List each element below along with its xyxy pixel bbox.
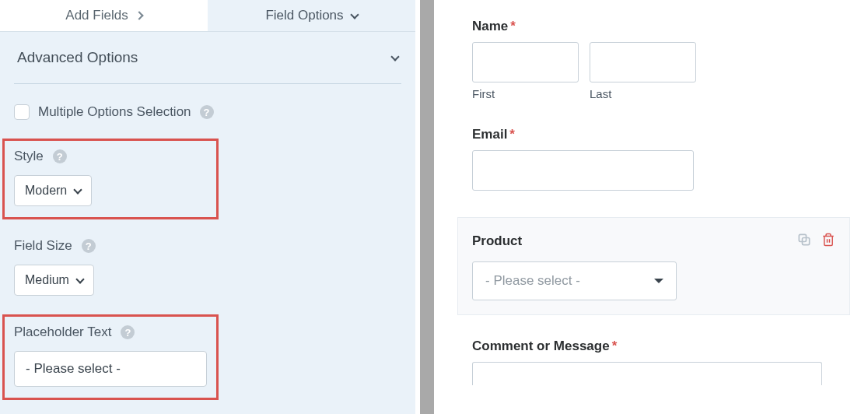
style-value: Modern (25, 184, 67, 198)
chevron-down-icon (350, 10, 359, 19)
email-label-text: Email (472, 127, 507, 142)
help-icon[interactable]: ? (82, 239, 96, 253)
options-panel: Advanced Options Multiple Options Select… (0, 32, 415, 414)
chevron-down-icon (75, 275, 84, 283)
required-marker: * (510, 19, 516, 33)
triangle-down-icon (654, 279, 663, 283)
field-size-control: Field Size ? Medium (14, 238, 401, 296)
advanced-options-header[interactable]: Advanced Options (14, 32, 401, 84)
tab-add-fields-label: Add Fields (65, 8, 128, 23)
trash-icon[interactable] (821, 232, 835, 251)
product-field[interactable]: Product - Please select - (457, 217, 850, 315)
help-icon[interactable]: ? (121, 325, 135, 339)
comment-label: Comment or Message* (472, 339, 835, 354)
form-preview: Name* First Last Email* Product (439, 0, 868, 414)
help-icon[interactable]: ? (200, 105, 214, 119)
name-field: Name* First Last (472, 19, 835, 100)
product-dropdown[interactable]: - Please select - (472, 261, 677, 300)
advanced-options-title: Advanced Options (17, 49, 138, 66)
email-field: Email* (472, 127, 835, 191)
product-dropdown-placeholder: - Please select - (485, 273, 580, 289)
placeholder-text-control: Placeholder Text ? (2, 314, 219, 400)
comment-field: Comment or Message* (472, 339, 835, 385)
tab-field-options[interactable]: Field Options (208, 0, 415, 31)
placeholder-text-input[interactable] (14, 351, 207, 387)
product-label: Product (472, 233, 522, 249)
chevron-right-icon (135, 11, 143, 19)
pane-divider[interactable] (415, 0, 439, 414)
multiple-options-label: Multiple Options Selection (38, 104, 191, 120)
style-control: Style ? Modern (2, 139, 219, 219)
name-label-text: Name (472, 19, 508, 33)
options-sidebar: Add Fields Field Options Advanced Option… (0, 0, 415, 414)
email-input[interactable] (472, 150, 694, 191)
sidebar-tabs: Add Fields Field Options (0, 0, 415, 32)
required-marker: * (509, 127, 515, 142)
field-size-value: Medium (25, 273, 69, 287)
name-label: Name* (472, 19, 835, 34)
comment-textarea[interactable] (472, 362, 822, 385)
last-sublabel: Last (590, 87, 696, 100)
multiple-options-checkbox[interactable] (14, 104, 30, 120)
tab-field-options-label: Field Options (265, 8, 343, 23)
email-label: Email* (472, 127, 835, 142)
duplicate-icon[interactable] (796, 232, 812, 251)
style-select[interactable]: Modern (14, 175, 92, 206)
first-name-input[interactable] (472, 42, 579, 82)
comment-label-text: Comment or Message (472, 339, 610, 353)
field-size-select[interactable]: Medium (14, 265, 94, 296)
first-sublabel: First (472, 87, 579, 100)
field-size-label: Field Size (14, 238, 72, 254)
placeholder-text-label: Placeholder Text (14, 325, 111, 340)
multiple-options-row: Multiple Options Selection ? (14, 104, 401, 120)
last-name-input[interactable] (590, 42, 696, 82)
required-marker: * (612, 339, 618, 353)
help-icon[interactable]: ? (53, 149, 67, 163)
style-label: Style (14, 149, 44, 164)
chevron-down-icon (390, 52, 399, 61)
tab-add-fields[interactable]: Add Fields (0, 0, 208, 31)
chevron-down-icon (74, 185, 82, 194)
